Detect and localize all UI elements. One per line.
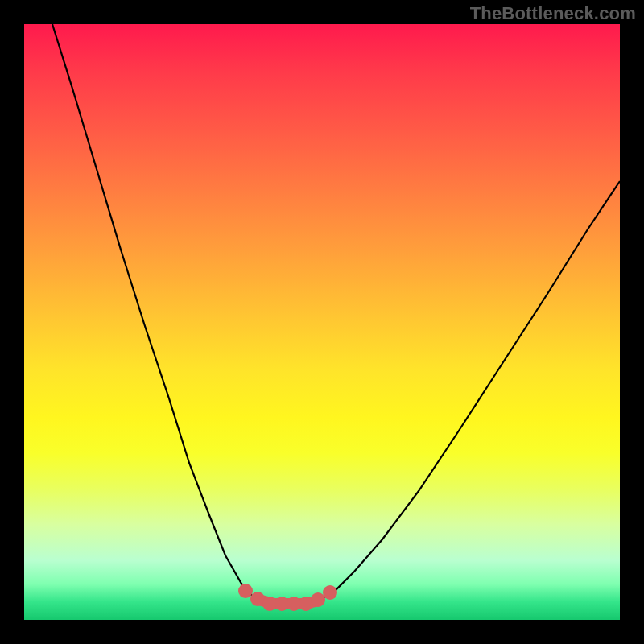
chart-svg	[24, 24, 620, 620]
marker-dot	[238, 584, 253, 598]
curve-right-branch	[318, 181, 620, 601]
watermark-text: TheBottleneck.com	[470, 3, 636, 24]
outer-frame: TheBottleneck.com	[0, 0, 644, 644]
curve-left-branch	[52, 24, 262, 601]
marker-dot	[323, 585, 337, 600]
marker-dot	[311, 592, 325, 607]
marker-group	[238, 584, 337, 611]
